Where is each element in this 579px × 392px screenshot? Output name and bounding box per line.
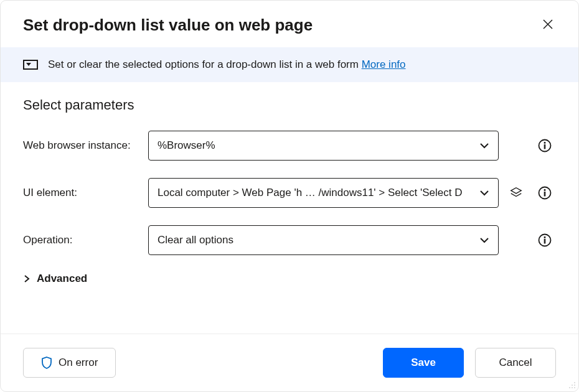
chevron-down-icon <box>479 235 489 245</box>
ui-element-info-button[interactable] <box>535 183 555 203</box>
browser-dropdown[interactable]: %Browser% <box>148 131 499 161</box>
info-icon <box>538 233 552 247</box>
dialog-title: Set drop-down list value on web page <box>23 16 313 35</box>
svg-point-14 <box>574 387 575 388</box>
param-row-browser: Web browser instance: %Browser% <box>23 131 556 161</box>
advanced-label: Advanced <box>37 273 87 285</box>
svg-rect-2 <box>544 142 545 144</box>
dialog: Set drop-down list value on web page Set… <box>0 0 579 392</box>
operation-dropdown-value: Clear all options <box>158 234 233 246</box>
svg-point-9 <box>574 382 575 383</box>
info-icon <box>538 186 552 200</box>
info-banner: Set or clear the selected options for a … <box>1 47 578 82</box>
ui-element-dropdown-value: Local computer > Web Page 'h … /windows1… <box>158 187 462 199</box>
chevron-down-icon <box>479 141 489 151</box>
browser-info-button[interactable] <box>535 136 555 156</box>
section-title: Select parameters <box>23 97 556 113</box>
browser-label: Web browser instance: <box>23 139 144 152</box>
ui-element-dropdown[interactable]: Local computer > Web Page 'h … /windows1… <box>148 178 499 208</box>
operation-dropdown[interactable]: Clear all options <box>148 225 499 255</box>
resize-grip-icon[interactable] <box>567 380 576 389</box>
svg-point-12 <box>569 387 570 388</box>
close-button[interactable] <box>540 16 556 34</box>
dialog-footer: On error Save Cancel <box>1 334 578 391</box>
dialog-header: Set drop-down list value on web page <box>1 1 578 47</box>
ui-element-label: UI element: <box>23 187 144 199</box>
svg-rect-4 <box>544 192 545 197</box>
footer-actions: Save Cancel <box>383 348 556 378</box>
param-row-operation: Operation: Clear all options <box>23 225 556 255</box>
svg-rect-5 <box>544 190 545 191</box>
info-text: Set or clear the selected options for a … <box>48 58 362 70</box>
chevron-right-icon <box>23 275 31 282</box>
cancel-button[interactable]: Cancel <box>475 348 556 378</box>
browser-dropdown-value: %Browser% <box>158 139 215 152</box>
operation-label: Operation: <box>23 234 144 246</box>
dropdown-banner-icon <box>23 60 38 70</box>
operation-info-button[interactable] <box>535 230 555 250</box>
save-button[interactable]: Save <box>383 348 464 378</box>
dialog-body: Select parameters Web browser instance: … <box>1 82 578 334</box>
ui-element-picker-button[interactable] <box>506 183 526 203</box>
cancel-label: Cancel <box>499 357 532 369</box>
on-error-label: On error <box>59 357 98 369</box>
info-banner-text: Set or clear the selected options for a … <box>48 58 406 71</box>
info-icon <box>538 139 552 152</box>
on-error-button[interactable]: On error <box>23 348 116 378</box>
shield-icon <box>41 357 52 369</box>
save-label: Save <box>411 357 436 369</box>
layers-icon <box>509 186 523 200</box>
param-row-ui-element: UI element: Local computer > Web Page 'h… <box>23 178 556 208</box>
close-icon <box>542 19 553 30</box>
svg-point-13 <box>572 387 573 388</box>
svg-rect-1 <box>544 145 545 149</box>
svg-rect-7 <box>544 240 545 244</box>
svg-rect-8 <box>544 237 545 238</box>
chevron-down-icon <box>479 188 489 198</box>
advanced-toggle[interactable]: Advanced <box>23 273 556 285</box>
svg-point-10 <box>572 385 573 386</box>
svg-point-11 <box>574 385 575 386</box>
more-info-link[interactable]: More info <box>362 58 406 70</box>
